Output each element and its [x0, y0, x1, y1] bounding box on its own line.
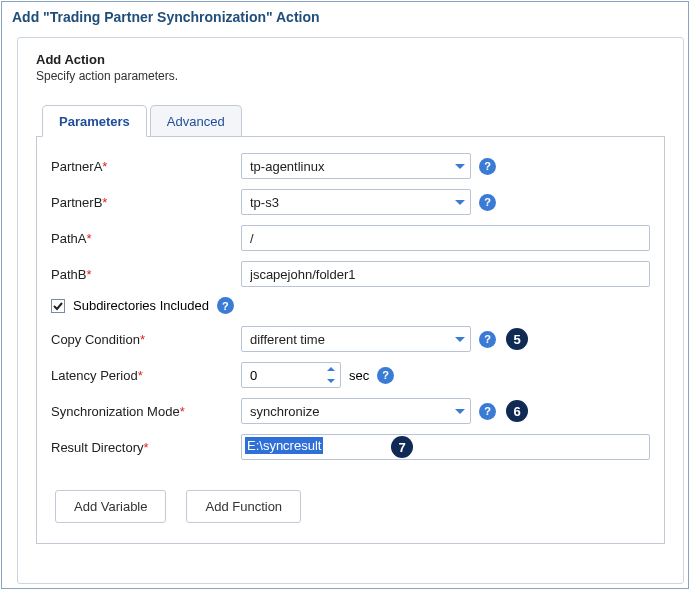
- tab-body-parameters: PartnerA* tp-agentlinux ? PartnerB*: [36, 137, 665, 544]
- help-icon[interactable]: ?: [377, 367, 394, 384]
- combo-partner-a-value: tp-agentlinux: [242, 159, 448, 174]
- content-panel: Add Action Specify action parameters. Pa…: [17, 37, 684, 584]
- checkbox-subdirs[interactable]: [51, 299, 65, 313]
- callout-badge: 7: [391, 436, 413, 458]
- combo-partner-a[interactable]: tp-agentlinux: [241, 153, 471, 179]
- input-result-dir-selection: E:\syncresult: [245, 437, 323, 454]
- combo-partner-b-value: tp-s3: [242, 195, 448, 210]
- combo-sync-mode-value: synchronize: [242, 404, 448, 419]
- input-path-a[interactable]: [241, 225, 650, 251]
- callout-badge: 5: [506, 328, 528, 350]
- label-text: Latency Period: [51, 368, 138, 383]
- help-icon[interactable]: ?: [217, 297, 234, 314]
- input-result-dir[interactable]: E:\syncresult: [241, 434, 650, 460]
- combo-partner-b[interactable]: tp-s3: [241, 189, 471, 215]
- label-text: Result Directory: [51, 440, 143, 455]
- chevron-down-icon[interactable]: [448, 190, 470, 214]
- label-text: PartnerA: [51, 159, 102, 174]
- row-path-a: PathA*: [51, 225, 650, 251]
- tabs: Parameters Advanced PartnerA* tp-agentli…: [36, 105, 665, 544]
- row-path-b: PathB*: [51, 261, 650, 287]
- add-variable-button[interactable]: Add Variable: [55, 490, 166, 523]
- button-row: Add Variable Add Function: [51, 490, 650, 523]
- required-marker: *: [86, 231, 91, 246]
- required-marker: *: [102, 195, 107, 210]
- row-copy-condition: Copy Condition* different time ? 5: [51, 326, 650, 352]
- label-path-b: PathB*: [51, 267, 241, 282]
- row-sync-mode: Synchronization Mode* synchronize ? 6: [51, 398, 650, 424]
- label-text: Copy Condition: [51, 332, 140, 347]
- dialog-frame: Add "Trading Partner Synchronization" Ac…: [1, 1, 689, 589]
- section-subtitle: Specify action parameters.: [36, 69, 665, 83]
- required-marker: *: [86, 267, 91, 282]
- help-icon[interactable]: ?: [479, 194, 496, 211]
- callout-badge: 6: [506, 400, 528, 422]
- label-sync-mode: Synchronization Mode*: [51, 404, 241, 419]
- combo-sync-mode[interactable]: synchronize: [241, 398, 471, 424]
- spinner-latency-value: 0: [242, 368, 322, 383]
- help-icon[interactable]: ?: [479, 331, 496, 348]
- required-marker: *: [138, 368, 143, 383]
- row-result-dir: Result Directory* E:\syncresult 7: [51, 434, 650, 460]
- label-result-dir: Result Directory*: [51, 440, 241, 455]
- label-subdirs: Subdirectories Included: [73, 298, 209, 313]
- row-partner-b: PartnerB* tp-s3 ?: [51, 189, 650, 215]
- required-marker: *: [180, 404, 185, 419]
- label-latency: Latency Period*: [51, 368, 241, 383]
- label-partner-a: PartnerA*: [51, 159, 241, 174]
- check-icon: [52, 300, 64, 312]
- spinner-buttons: [322, 363, 340, 387]
- row-latency: Latency Period* 0 sec ?: [51, 362, 650, 388]
- chevron-down-icon[interactable]: [448, 399, 470, 423]
- help-icon[interactable]: ?: [479, 158, 496, 175]
- row-partner-a: PartnerA* tp-agentlinux ?: [51, 153, 650, 179]
- chevron-up-icon[interactable]: [322, 363, 340, 375]
- label-text: PathA: [51, 231, 86, 246]
- label-text: PartnerB: [51, 195, 102, 210]
- combo-copy-condition-value: different time: [242, 332, 448, 347]
- required-marker: *: [102, 159, 107, 174]
- spinner-latency[interactable]: 0: [241, 362, 341, 388]
- label-text: Synchronization Mode: [51, 404, 180, 419]
- chevron-down-icon[interactable]: [448, 327, 470, 351]
- chevron-down-icon[interactable]: [448, 154, 470, 178]
- add-function-button[interactable]: Add Function: [186, 490, 301, 523]
- combo-copy-condition[interactable]: different time: [241, 326, 471, 352]
- dialog-title: Add "Trading Partner Synchronization" Ac…: [2, 2, 688, 31]
- tab-row: Parameters Advanced: [36, 105, 665, 137]
- latency-unit: sec: [349, 368, 369, 383]
- label-text: PathB: [51, 267, 86, 282]
- required-marker: *: [140, 332, 145, 347]
- label-partner-b: PartnerB*: [51, 195, 241, 210]
- help-icon[interactable]: ?: [479, 403, 496, 420]
- chevron-down-icon[interactable]: [322, 375, 340, 387]
- tab-advanced[interactable]: Advanced: [150, 105, 242, 136]
- tab-parameters[interactable]: Parameters: [42, 105, 147, 137]
- label-path-a: PathA*: [51, 231, 241, 246]
- label-copy-condition: Copy Condition*: [51, 332, 241, 347]
- section-title: Add Action: [36, 52, 665, 67]
- row-subdirs: Subdirectories Included ?: [51, 297, 650, 314]
- required-marker: *: [143, 440, 148, 455]
- input-path-b[interactable]: [241, 261, 650, 287]
